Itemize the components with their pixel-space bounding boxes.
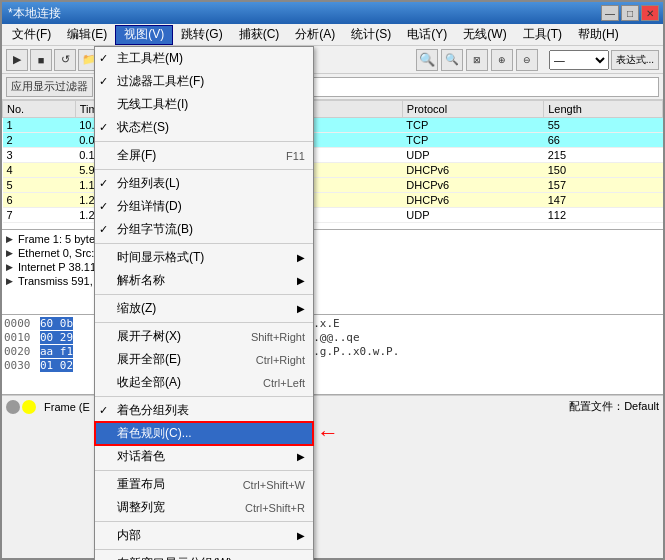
- view-menu-item[interactable]: 无线工具栏(I): [95, 93, 313, 116]
- menu-separator: [95, 294, 313, 295]
- menu-item-label: 时间显示格式(T): [117, 249, 204, 266]
- menu-item-label: 过滤器工具栏(F): [117, 73, 204, 90]
- menu-item-label: 缩放(Z): [117, 300, 156, 317]
- menu-check-icon: ✓: [99, 177, 108, 190]
- menu-item-label: 着色规则(C)...: [117, 425, 192, 442]
- submenu-arrow-icon: ▶: [297, 303, 305, 314]
- menu-item-label: 调整列宽: [117, 499, 165, 516]
- view-menu-item[interactable]: 对话着色▶: [95, 445, 313, 468]
- menu-item-label: 分组列表(L): [117, 175, 180, 192]
- view-menu-item[interactable]: 展开子树(X)Shift+Right: [95, 325, 313, 348]
- menu-check-icon: ✓: [99, 200, 108, 213]
- menu-separator: [95, 521, 313, 522]
- view-menu-item[interactable]: 缩放(Z)▶: [95, 297, 313, 320]
- view-menu-item[interactable]: ✓主工具栏(M): [95, 47, 313, 70]
- view-menu-item[interactable]: 全屏(F)F11: [95, 144, 313, 167]
- view-menu-item[interactable]: ✓状态栏(S): [95, 116, 313, 139]
- menu-shortcut: Ctrl+Shift+R: [225, 502, 305, 514]
- menu-shortcut: Ctrl+Left: [243, 377, 305, 389]
- menu-separator: [95, 549, 313, 550]
- view-menu-item[interactable]: ✓分组字节流(B): [95, 218, 313, 241]
- menu-item-label: 无线工具栏(I): [117, 96, 188, 113]
- submenu-arrow-icon: ▶: [297, 252, 305, 263]
- main-window: *本地连接 — □ ✕ 文件(F) 编辑(E) 视图(V) 跳转(G) 捕获(C…: [0, 0, 665, 560]
- menu-separator: [95, 470, 313, 471]
- menu-item-label: 解析名称: [117, 272, 165, 289]
- menu-item-label: 收起全部(A): [117, 374, 181, 391]
- menu-check-icon: ✓: [99, 404, 108, 417]
- menu-item-label: 分组字节流(B): [117, 221, 193, 238]
- menu-separator: [95, 141, 313, 142]
- menu-item-label: 状态栏(S): [117, 119, 169, 136]
- menu-separator: [95, 169, 313, 170]
- menu-item-label: 着色分组列表: [117, 402, 189, 419]
- view-menu-item[interactable]: 展开全部(E)Ctrl+Right: [95, 348, 313, 371]
- view-menu-item[interactable]: 在新窗口显示分组(W): [95, 552, 313, 560]
- menu-separator: [95, 322, 313, 323]
- menu-check-icon: ✓: [99, 52, 108, 65]
- view-menu-item[interactable]: 解析名称▶: [95, 269, 313, 292]
- submenu-arrow-icon: ▶: [297, 530, 305, 541]
- view-menu-item[interactable]: 着色规则(C)...: [95, 422, 313, 445]
- view-menu-item[interactable]: 调整列宽Ctrl+Shift+R: [95, 496, 313, 519]
- submenu-arrow-icon: ▶: [297, 451, 305, 462]
- menu-item-label: 对话着色: [117, 448, 165, 465]
- menu-separator: [95, 243, 313, 244]
- view-menu-item[interactable]: 重置布局Ctrl+Shift+W: [95, 473, 313, 496]
- view-dropdown-menu[interactable]: ✓主工具栏(M)✓过滤器工具栏(F)无线工具栏(I)✓状态栏(S)全屏(F)F1…: [94, 46, 314, 560]
- menu-check-icon: ✓: [99, 223, 108, 236]
- view-menu-item[interactable]: ✓分组列表(L): [95, 172, 313, 195]
- menu-item-label: 主工具栏(M): [117, 50, 183, 67]
- menu-item-label: 分组详情(D): [117, 198, 182, 215]
- menu-shortcut: Shift+Right: [231, 331, 305, 343]
- view-menu-item[interactable]: 收起全部(A)Ctrl+Left: [95, 371, 313, 394]
- view-menu-item[interactable]: ✓过滤器工具栏(F): [95, 70, 313, 93]
- menu-check-icon: ✓: [99, 75, 108, 88]
- menu-item-label: 全屏(F): [117, 147, 156, 164]
- menu-separator: [95, 396, 313, 397]
- menu-item-label: 展开全部(E): [117, 351, 181, 368]
- menu-check-icon: ✓: [99, 121, 108, 134]
- menu-shortcut: Ctrl+Right: [236, 354, 305, 366]
- menu-item-label: 展开子树(X): [117, 328, 181, 345]
- view-menu-item[interactable]: ✓着色分组列表: [95, 399, 313, 422]
- menu-item-label: 重置布局: [117, 476, 165, 493]
- submenu-arrow-icon: ▶: [297, 275, 305, 286]
- menu-item-label: 内部: [117, 527, 141, 544]
- menu-item-label: 在新窗口显示分组(W): [117, 555, 232, 560]
- view-menu-item[interactable]: 内部▶: [95, 524, 313, 547]
- view-menu-item[interactable]: 时间显示格式(T)▶: [95, 246, 313, 269]
- view-menu-item[interactable]: ✓分组详情(D): [95, 195, 313, 218]
- menu-shortcut: F11: [266, 150, 305, 162]
- menu-shortcut: Ctrl+Shift+W: [223, 479, 305, 491]
